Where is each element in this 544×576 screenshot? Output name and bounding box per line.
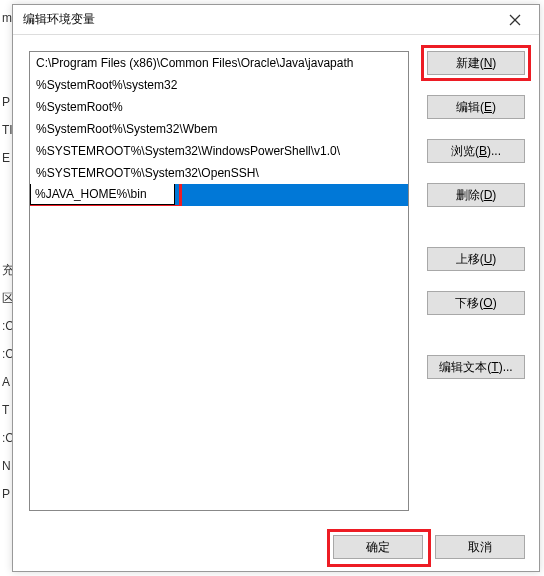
edit-button[interactable]: 编辑(E) xyxy=(427,95,525,119)
cancel-button[interactable]: 取消 xyxy=(435,535,525,559)
close-button[interactable] xyxy=(495,6,535,34)
button-sidebar: 新建(N) 编辑(E) 浏览(B)... 删除(D) 上移(U) 下移(O) 编… xyxy=(427,51,525,511)
moveup-button[interactable]: 上移(U) xyxy=(427,247,525,271)
edittext-button-label: 编辑文本(T)... xyxy=(439,360,512,374)
dialog-content: C:\Program Files (x86)\Common Files\Orac… xyxy=(13,35,539,517)
edit-env-var-dialog: 编辑环境变量 C:\Program Files (x86)\Common Fil… xyxy=(12,4,540,572)
moveup-button-label: 上移(U) xyxy=(456,252,497,266)
delete-button[interactable]: 删除(D) xyxy=(427,183,525,207)
list-item[interactable]: %SystemRoot%\System32\Wbem xyxy=(30,118,408,140)
titlebar: 编辑环境变量 xyxy=(13,5,539,35)
list-item[interactable]: %SYSTEMROOT%\System32\WindowsPowerShell\… xyxy=(30,140,408,162)
list-item-editing[interactable] xyxy=(30,184,408,206)
list-item[interactable]: %SystemRoot%\system32 xyxy=(30,74,408,96)
close-icon xyxy=(509,14,521,26)
new-button-wrapper: 新建(N) xyxy=(427,51,525,75)
list-item[interactable]: %SystemRoot% xyxy=(30,96,408,118)
movedown-button[interactable]: 下移(O) xyxy=(427,291,525,315)
movedown-button-label: 下移(O) xyxy=(455,296,496,310)
edit-button-label: 编辑(E) xyxy=(456,100,496,114)
ok-button-wrapper: 确定 xyxy=(333,535,423,559)
browse-button-label: 浏览(B)... xyxy=(451,144,501,158)
edit-input[interactable] xyxy=(30,184,175,205)
new-button[interactable]: 新建(N) xyxy=(427,51,525,75)
edittext-button[interactable]: 编辑文本(T)... xyxy=(427,355,525,379)
ok-button[interactable]: 确定 xyxy=(333,535,423,559)
dialog-footer: 确定 取消 xyxy=(333,535,525,559)
path-list[interactable]: C:\Program Files (x86)\Common Files\Orac… xyxy=(29,51,409,511)
cancel-button-label: 取消 xyxy=(468,540,492,554)
delete-button-label: 删除(D) xyxy=(456,188,497,202)
ok-button-label: 确定 xyxy=(366,540,390,554)
dialog-title: 编辑环境变量 xyxy=(23,11,95,28)
list-item[interactable]: C:\Program Files (x86)\Common Files\Orac… xyxy=(30,52,408,74)
list-item[interactable]: %SYSTEMROOT%\System32\OpenSSH\ xyxy=(30,162,408,184)
new-button-label: 新建(N) xyxy=(456,56,497,70)
browse-button[interactable]: 浏览(B)... xyxy=(427,139,525,163)
